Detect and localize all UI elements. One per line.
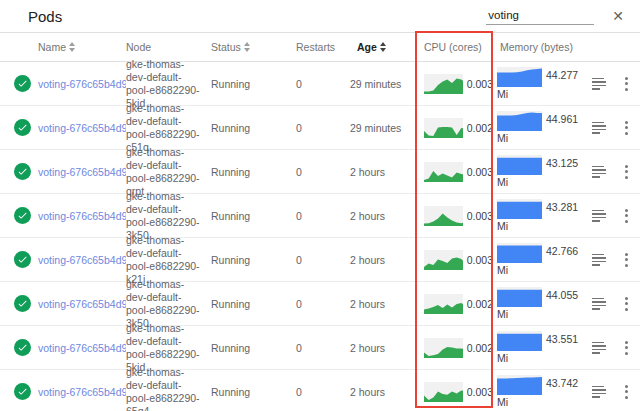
memory-unit: Mi: [497, 176, 542, 188]
pod-name-link[interactable]: voting-676c65b4d9-nvt: [38, 210, 126, 222]
kebab-menu-icon[interactable]: [620, 162, 633, 182]
pod-name-link[interactable]: voting-676c65b4d9-tpr: [38, 122, 126, 134]
table-row: voting-676c65b4d9-tpj gke-thomas-dev-def…: [0, 326, 640, 370]
kebab-menu-icon[interactable]: [620, 206, 633, 226]
cpu-value: 0.003: [467, 78, 493, 90]
cpu-sparkline-chart: [424, 118, 463, 138]
column-header-node: Node: [126, 41, 210, 53]
kebab-menu-icon[interactable]: [620, 294, 633, 314]
cpu-value: 0.002: [467, 342, 493, 354]
search-field: ✕: [486, 7, 626, 25]
cpu-value: 0.003: [467, 386, 493, 398]
memory-unit: Mi: [497, 220, 542, 232]
pod-restarts: 0: [290, 342, 347, 354]
pod-restarts: 0: [290, 254, 347, 266]
pod-status: Running: [210, 254, 290, 266]
kebab-menu-icon[interactable]: [620, 382, 633, 402]
memory-sparkline-chart: [497, 243, 542, 263]
kebab-menu-icon[interactable]: [620, 338, 633, 358]
clear-search-icon[interactable]: ✕: [610, 7, 626, 25]
pod-status: Running: [210, 386, 290, 398]
pod-status: Running: [210, 210, 290, 222]
kebab-menu-icon[interactable]: [620, 118, 633, 138]
table-header-row: Name Node Status Restarts Age CPU (cores…: [0, 33, 640, 62]
memory-value: 43.551: [546, 333, 578, 345]
pod-name-link[interactable]: voting-676c65b4d9-xs-: [38, 78, 126, 90]
pod-age: 29 minutes: [347, 122, 417, 134]
cpu-sparkline-chart: [424, 162, 463, 182]
pod-age: 2 hours: [347, 342, 417, 354]
cpu-sparkline-chart: [424, 250, 463, 270]
logs-icon[interactable]: [590, 75, 608, 93]
status-ok-icon: [14, 119, 31, 136]
memory-unit: Mi: [497, 308, 542, 320]
pod-restarts: 0: [290, 298, 347, 310]
page-header: Pods ✕: [0, 0, 640, 33]
cpu-sparkline-chart: [424, 206, 463, 226]
logs-icon[interactable]: [590, 119, 608, 137]
table-row: voting-676c65b4d9-srl gke-thomas-dev-def…: [0, 238, 640, 282]
pod-restarts: 0: [290, 386, 347, 398]
pod-name-link[interactable]: voting-676c65b4d9-tpj: [38, 342, 126, 354]
logs-icon[interactable]: [590, 207, 608, 225]
column-header-status[interactable]: Status: [210, 41, 290, 53]
table-row: voting-676c65b4d9-nvt gke-thomas-dev-def…: [0, 194, 640, 238]
pod-status: Running: [210, 166, 290, 178]
memory-unit: Mi: [497, 396, 542, 408]
memory-sparkline-chart: [497, 375, 542, 395]
pod-name-link[interactable]: voting-676c65b4d9-72: [38, 166, 126, 178]
memory-sparkline-chart: [497, 111, 542, 131]
memory-value: 43.281: [546, 201, 578, 213]
column-header-name[interactable]: Name: [38, 41, 126, 53]
memory-value: 44.961: [546, 113, 578, 125]
memory-sparkline-chart: [497, 67, 542, 87]
pod-age: 29 minutes: [347, 78, 417, 90]
kebab-menu-icon[interactable]: [620, 74, 633, 94]
pod-age: 2 hours: [347, 210, 417, 222]
column-header-restarts: Restarts: [290, 41, 347, 53]
logs-icon[interactable]: [590, 251, 608, 269]
cpu-sparkline-chart: [424, 74, 463, 94]
table-row: voting-676c65b4d9-xs- gke-thomas-dev-def…: [0, 62, 640, 106]
column-header-cpu: CPU (cores): [417, 41, 493, 53]
sort-icon: [244, 42, 250, 52]
memory-unit: Mi: [497, 264, 542, 276]
pod-status: Running: [210, 122, 290, 134]
logs-icon[interactable]: [590, 163, 608, 181]
node-name: gke-thomas-dev-default-pool-e8682290-65q…: [126, 366, 204, 411]
table-row: voting-676c65b4d9-tj6 gke-thomas-dev-def…: [0, 282, 640, 326]
pod-name-link[interactable]: voting-676c65b4d9-srl: [38, 254, 126, 266]
memory-unit: Mi: [497, 88, 542, 100]
memory-value: 44.277: [546, 69, 578, 81]
cpu-value: 0.003: [467, 254, 493, 266]
logs-icon[interactable]: [590, 339, 608, 357]
logs-icon[interactable]: [590, 295, 608, 313]
pod-age: 2 hours: [347, 386, 417, 398]
pod-restarts: 0: [290, 166, 347, 178]
memory-sparkline-chart: [497, 155, 542, 175]
kebab-menu-icon[interactable]: [620, 250, 633, 270]
table-row: voting-676c65b4d9-72 gke-thomas-dev-defa…: [0, 150, 640, 194]
pod-restarts: 0: [290, 78, 347, 90]
logs-icon[interactable]: [590, 383, 608, 401]
pod-name-link[interactable]: voting-676c65b4d9-8f8: [38, 386, 126, 398]
search-input[interactable]: [486, 7, 594, 25]
memory-sparkline-chart: [497, 199, 542, 219]
pod-status: Running: [210, 78, 290, 90]
pod-age: 2 hours: [347, 166, 417, 178]
cpu-value: 0.003: [467, 166, 493, 178]
pod-age: 2 hours: [347, 254, 417, 266]
cpu-value: 0.002: [467, 122, 493, 134]
status-ok-icon: [14, 383, 31, 400]
memory-value: 43.742: [546, 377, 578, 389]
memory-value: 43.125: [546, 157, 578, 169]
pod-name-link[interactable]: voting-676c65b4d9-tj6: [38, 298, 126, 310]
column-header-age[interactable]: Age: [347, 41, 417, 53]
cpu-sparkline-chart: [424, 382, 463, 402]
cpu-value: 0.002: [467, 298, 493, 310]
pod-restarts: 0: [290, 210, 347, 222]
table-row: voting-676c65b4d9-tpr gke-thomas-dev-def…: [0, 106, 640, 150]
cpu-value: 0.003: [467, 210, 493, 222]
pod-status: Running: [210, 342, 290, 354]
pod-age: 2 hours: [347, 298, 417, 310]
